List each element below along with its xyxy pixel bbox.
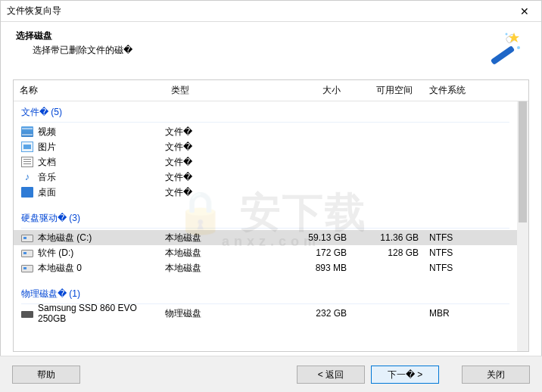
desk-icon: [21, 187, 33, 198]
scrollbar[interactable]: [517, 101, 528, 351]
row-name: 本地磁盘 0: [38, 262, 82, 275]
row-size: 893 MB: [279, 263, 347, 273]
row-name: 本地磁盘 (C:): [38, 232, 92, 244]
svg-point-4: [506, 33, 508, 36]
window-title: 文件恢复向导: [7, 5, 512, 17]
table-body: 文件� (5)视频文件�图片文件�文档文件�♪音乐文件�桌面文件�硬盘驱动� (…: [14, 101, 528, 351]
music-icon: ♪: [21, 172, 33, 182]
col-type[interactable]: 类型: [165, 84, 279, 97]
row-name: 图片: [38, 141, 56, 154]
pdisk-icon: [21, 311, 33, 318]
svg-rect-0: [491, 45, 515, 65]
row-type: 文件�: [165, 126, 279, 138]
scroll-thumb[interactable]: [519, 101, 527, 222]
back-button[interactable]: < 返回: [297, 366, 365, 384]
row-fs: MBR: [419, 308, 487, 319]
row-name: 桌面: [38, 186, 56, 199]
next-button[interactable]: 下一� >: [371, 366, 439, 384]
row-type: 物理磁盘: [165, 307, 279, 320]
col-fs[interactable]: 文件系统: [419, 84, 487, 97]
row-free: 11.36 GB: [347, 232, 419, 243]
row-fs: NTFS: [419, 263, 487, 273]
close-icon[interactable]: ✕: [512, 5, 537, 17]
row-name: 文档: [38, 156, 56, 169]
wizard-header: 选择磁盘 选择带已删除文件的磁�: [1, 22, 541, 73]
close-button[interactable]: 关闭: [462, 366, 530, 384]
titlebar: 文件恢复向导 ✕: [1, 1, 541, 22]
header-title: 选择磁盘: [16, 30, 481, 42]
row-name: Samsung SSD 860 EVO 250GB: [38, 303, 165, 324]
group-header[interactable]: 硬盘驱动� (3): [14, 207, 517, 228]
row-size: 59.13 GB: [279, 232, 347, 243]
table-row[interactable]: 软件 (D:)本地磁盘172 GB128 GBNTFS: [14, 245, 517, 260]
row-type: 本地磁盘: [165, 262, 279, 275]
button-bar: 帮助 < 返回 下一� > 关闭: [0, 356, 542, 392]
row-type: 文件�: [165, 186, 279, 199]
row-fs: NTFS: [419, 232, 487, 243]
disk-icon: [21, 250, 33, 257]
col-free[interactable]: 可用空间: [347, 84, 419, 97]
table-row[interactable]: 图片文件�: [14, 139, 517, 154]
row-name: 视频: [38, 126, 56, 138]
col-name[interactable]: 名称: [14, 84, 165, 97]
row-free: 128 GB: [347, 247, 419, 258]
row-fs: NTFS: [419, 247, 487, 258]
wizard-wand-icon: [481, 30, 523, 66]
row-size: 232 GB: [279, 308, 347, 319]
disk-list-panel: 名称 类型 大小 可用空间 文件系统 文件� (5)视频文件�图片文件�文档文件…: [13, 79, 529, 352]
table-row[interactable]: 视频文件�: [14, 124, 517, 139]
row-type: 本地磁盘: [165, 232, 279, 244]
col-size[interactable]: 大小: [279, 84, 347, 97]
table-header: 名称 类型 大小 可用空间 文件系统: [14, 80, 528, 101]
table-row[interactable]: 文档文件�: [14, 154, 517, 170]
row-type: 本地磁盘: [165, 247, 279, 260]
row-name: 音乐: [38, 171, 56, 184]
row-name: 软件 (D:): [38, 247, 73, 260]
disk-icon: [21, 265, 33, 272]
svg-point-3: [517, 46, 520, 49]
video-icon: [21, 126, 33, 137]
row-type: 文件�: [165, 156, 279, 169]
img-icon: [21, 142, 33, 152]
group-header[interactable]: 物理磁盘� (1): [14, 283, 517, 303]
table-row[interactable]: ♪音乐文件�: [14, 170, 517, 185]
group-header[interactable]: 文件� (5): [14, 101, 517, 122]
table-row[interactable]: Samsung SSD 860 EVO 250GB物理磁盘232 GBMBR: [14, 306, 517, 321]
row-type: 文件�: [165, 141, 279, 154]
doc-icon: [21, 157, 33, 167]
row-type: 文件�: [165, 171, 279, 184]
disk-icon: [21, 235, 33, 242]
table-row[interactable]: 本地磁盘 0本地磁盘893 MBNTFS: [14, 260, 517, 275]
row-size: 172 GB: [279, 247, 347, 258]
table-row[interactable]: 桌面文件�: [14, 185, 517, 200]
header-subtitle: 选择带已删除文件的磁�: [16, 44, 481, 57]
help-button[interactable]: 帮助: [12, 366, 80, 384]
table-row[interactable]: 本地磁盘 (C:)本地磁盘59.13 GB11.36 GBNTFS: [14, 230, 517, 245]
